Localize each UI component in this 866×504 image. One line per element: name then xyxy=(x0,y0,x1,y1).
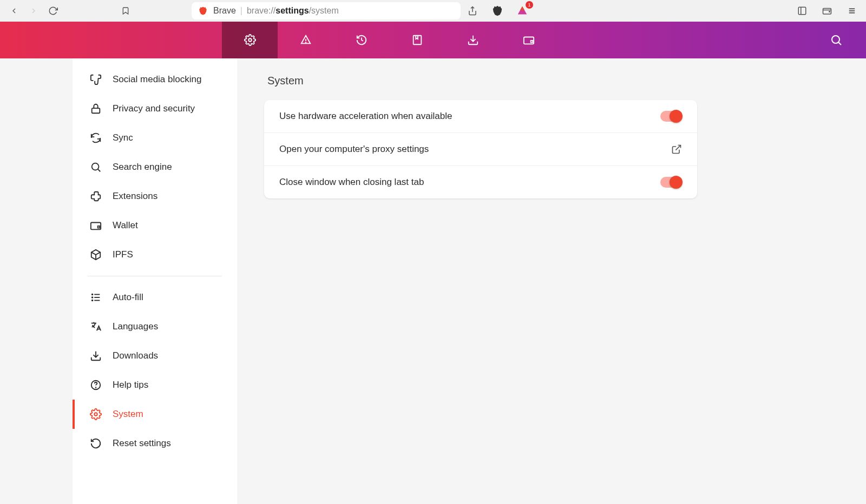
sidebar-item-search-engine[interactable]: Search engine xyxy=(73,152,237,182)
sidebar-item-autofill[interactable]: Auto-fill xyxy=(73,283,237,312)
bookmark-button[interactable] xyxy=(118,3,133,18)
svg-point-29 xyxy=(94,413,97,416)
lock-icon xyxy=(90,103,102,115)
sidebar-toggle-button[interactable] xyxy=(795,3,810,18)
setting-label: Open your computer's proxy settings xyxy=(279,144,429,155)
settings-sidebar: Social media blocking Privacy and securi… xyxy=(73,58,237,504)
back-button[interactable] xyxy=(6,3,22,18)
section-title: System xyxy=(264,75,697,87)
setting-label: Close window when closing last tab xyxy=(279,177,424,188)
svg-point-8 xyxy=(248,38,252,42)
setting-proxy-settings[interactable]: Open your computer's proxy settings xyxy=(264,133,697,166)
address-bar[interactable]: Brave | brave://settings/system xyxy=(192,2,461,19)
cube-icon xyxy=(90,249,102,261)
tab-downloads[interactable] xyxy=(445,22,501,58)
sidebar-item-label: Privacy and security xyxy=(113,103,195,114)
toggle-hardware-acceleration[interactable] xyxy=(660,111,682,122)
content-area: System Use hardware acceleration when av… xyxy=(237,58,724,504)
shields-button[interactable] xyxy=(490,3,505,18)
menu-button[interactable] xyxy=(844,3,860,18)
sidebar-item-label: Social media blocking xyxy=(113,74,201,85)
external-link-icon xyxy=(671,144,682,155)
sidebar-item-privacy-security[interactable]: Privacy and security xyxy=(73,94,237,123)
svg-point-17 xyxy=(92,163,99,170)
rewards-button[interactable]: 1 xyxy=(515,3,530,18)
sidebar-item-label: Downloads xyxy=(113,350,158,361)
sync-icon xyxy=(90,132,102,144)
svg-point-4 xyxy=(829,11,830,12)
tab-bookmarks[interactable] xyxy=(389,22,445,58)
brave-lion-icon xyxy=(198,6,208,16)
sidebar-item-label: Wallet xyxy=(113,220,138,231)
sidebar-divider xyxy=(88,276,222,276)
sidebar-item-help-tips[interactable]: Help tips xyxy=(73,370,237,400)
sidebar-item-label: System xyxy=(113,409,143,420)
sidebar-item-extensions[interactable]: Extensions xyxy=(73,182,237,211)
sidebar-item-sync[interactable]: Sync xyxy=(73,123,237,152)
svg-line-15 xyxy=(839,43,842,45)
settings-tab-bar xyxy=(0,22,866,58)
settings-card: Use hardware acceleration when available… xyxy=(264,100,697,198)
reset-icon xyxy=(90,437,102,449)
sidebar-item-reset-settings[interactable]: Reset settings xyxy=(73,429,237,458)
reload-button[interactable] xyxy=(45,3,61,18)
sidebar-item-label: Search engine xyxy=(113,162,172,173)
sidebar-item-label: Sync xyxy=(113,132,133,143)
tab-history[interactable] xyxy=(333,22,389,58)
url-text: Brave | brave://settings/system xyxy=(213,6,339,16)
sidebar-item-label: Extensions xyxy=(113,191,158,202)
setting-close-window-last-tab[interactable]: Close window when closing last tab xyxy=(264,166,697,198)
toggle-close-window-last-tab[interactable] xyxy=(660,177,682,188)
svg-point-24 xyxy=(92,300,93,301)
sidebar-item-downloads[interactable]: Downloads xyxy=(73,341,237,370)
rewards-badge: 1 xyxy=(526,1,533,9)
browser-toolbar: Brave | brave://settings/system 1 xyxy=(0,0,866,22)
sidebar-item-label: IPFS xyxy=(113,249,133,260)
svg-line-18 xyxy=(98,169,100,171)
thumbs-down-icon xyxy=(90,74,102,85)
sidebar-item-ipfs[interactable]: IPFS xyxy=(73,240,237,269)
sidebar-item-label: Auto-fill xyxy=(113,292,143,303)
svg-point-14 xyxy=(832,36,839,43)
svg-point-28 xyxy=(96,387,96,388)
tab-shields[interactable] xyxy=(278,22,333,58)
svg-rect-16 xyxy=(92,108,100,113)
svg-rect-1 xyxy=(798,7,806,15)
svg-point-10 xyxy=(305,42,306,43)
gear-icon xyxy=(90,408,102,420)
sidebar-item-social-media-blocking[interactable]: Social media blocking xyxy=(73,65,237,94)
search-icon xyxy=(90,161,102,173)
url-origin-label: Brave xyxy=(213,6,236,16)
main-area: Social media blocking Privacy and securi… xyxy=(0,58,866,504)
help-icon xyxy=(90,379,102,391)
sidebar-item-label: Reset settings xyxy=(113,438,171,449)
wallet-button[interactable] xyxy=(819,3,835,18)
search-settings-button[interactable] xyxy=(823,34,850,47)
svg-point-22 xyxy=(92,297,93,298)
list-icon xyxy=(90,291,102,303)
sidebar-item-label: Help tips xyxy=(113,380,148,390)
svg-line-30 xyxy=(675,145,680,150)
puzzle-icon xyxy=(90,190,102,202)
share-button[interactable] xyxy=(465,3,480,18)
svg-point-20 xyxy=(92,294,93,295)
sidebar-item-system[interactable]: System xyxy=(73,400,237,429)
tab-settings[interactable] xyxy=(222,22,278,58)
setting-hardware-acceleration[interactable]: Use hardware acceleration when available xyxy=(264,100,697,133)
sidebar-item-languages[interactable]: Languages xyxy=(73,312,237,341)
download-icon xyxy=(90,350,102,362)
wallet-icon xyxy=(90,220,102,231)
sidebar-item-label: Languages xyxy=(113,321,158,332)
tab-wallet[interactable] xyxy=(501,22,556,58)
sidebar-item-wallet[interactable]: Wallet xyxy=(73,211,237,240)
forward-button[interactable] xyxy=(26,3,41,18)
setting-label: Use hardware acceleration when available xyxy=(279,111,452,122)
translate-icon xyxy=(90,321,102,333)
